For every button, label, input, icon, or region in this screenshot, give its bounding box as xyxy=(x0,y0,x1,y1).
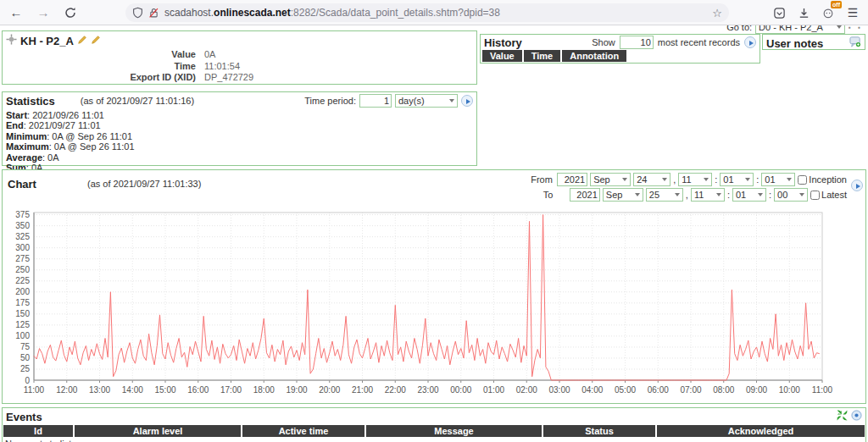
to-year-input[interactable] xyxy=(570,188,600,202)
point-row: Time 11:01:54 xyxy=(3,61,476,73)
svg-text:250: 250 xyxy=(15,265,30,274)
chevron-down-icon xyxy=(837,25,842,29)
statistics-title: Statistics xyxy=(6,95,55,108)
svg-text:12:00: 12:00 xyxy=(56,385,77,395)
from-hour-select[interactable]: 11 xyxy=(678,173,712,186)
to-label: To xyxy=(543,190,567,200)
svg-text:225: 225 xyxy=(15,276,30,285)
from-month-select[interactable]: Sep xyxy=(590,173,631,186)
from-second-select[interactable]: 01 xyxy=(761,173,795,186)
point-row: Value 0A xyxy=(3,49,476,61)
svg-text:19:00: 19:00 xyxy=(286,385,307,395)
svg-text:375: 375 xyxy=(15,210,30,219)
events-column: Status xyxy=(543,425,655,437)
extension-off-badge: off xyxy=(831,1,842,8)
user-notes-title: User notes xyxy=(766,37,823,50)
svg-text:13:00: 13:00 xyxy=(89,385,110,395)
to-minute-select[interactable]: 01 xyxy=(732,188,766,202)
latest-checkbox[interactable] xyxy=(810,191,820,200)
statistics-asof: (as of 2021/09/27 11:01:16) xyxy=(81,96,194,106)
collapse-events-icon[interactable] xyxy=(837,409,848,424)
point-title: KH - P2_A xyxy=(20,35,74,47)
statistics-panel: Statistics (as of 2021/09/27 11:01:16) T… xyxy=(2,91,477,166)
svg-text:20:00: 20:00 xyxy=(319,385,340,395)
svg-text:275: 275 xyxy=(15,254,30,263)
svg-text:0: 0 xyxy=(25,376,30,385)
svg-text:21:00: 21:00 xyxy=(352,385,373,395)
statistic-line: Minimum0A @ Sep 26 11:01 xyxy=(6,131,473,141)
svg-text:350: 350 xyxy=(15,221,30,230)
add-note-icon[interactable] xyxy=(849,36,861,51)
history-title: History xyxy=(484,36,522,49)
statistic-line: Maximum0A @ Sep 26 11:01 xyxy=(6,141,473,152)
time-period-input[interactable] xyxy=(359,94,392,108)
svg-text:09:00: 09:00 xyxy=(746,385,767,395)
events-panel: Events IdAlarm levelActive timeMessageSt… xyxy=(2,407,866,442)
svg-text:75: 75 xyxy=(20,342,31,351)
svg-text:03:00: 03:00 xyxy=(548,385,570,395)
svg-text:02:00: 02:00 xyxy=(516,385,537,395)
svg-text:18:00: 18:00 xyxy=(253,385,275,395)
statistic-line: Average0A xyxy=(6,152,473,163)
events-help-icon[interactable] xyxy=(851,409,862,424)
events-title: Events xyxy=(6,411,42,423)
svg-text:175: 175 xyxy=(15,298,30,307)
svg-text:06:00: 06:00 xyxy=(648,385,669,395)
svg-text:300: 300 xyxy=(15,243,30,252)
history-panel: History Show most recent records ValueTi… xyxy=(480,34,760,64)
edit-chart-icon[interactable] xyxy=(91,33,101,48)
svg-text:08:00: 08:00 xyxy=(713,385,734,395)
url-bar[interactable]: scadahost.onlinescada.net:8282/Scada/dat… xyxy=(125,3,729,22)
chart-from-row: From Sep 24 , 11 : 01 : 01 Inception xyxy=(531,173,847,186)
svg-text:125: 125 xyxy=(15,320,30,329)
edit-point-icon[interactable] xyxy=(77,33,87,48)
svg-text:05:00: 05:00 xyxy=(615,385,636,395)
chart-refresh-icon[interactable] xyxy=(851,180,863,191)
statistics-refresh-icon[interactable] xyxy=(461,95,473,107)
svg-text:10:00: 10:00 xyxy=(779,385,800,395)
time-period-unit-select[interactable]: day(s) xyxy=(395,94,458,108)
from-year-input[interactable] xyxy=(557,173,587,186)
from-minute-select[interactable]: 01 xyxy=(720,173,754,186)
history-refresh-icon[interactable] xyxy=(744,36,756,48)
svg-text:15:00: 15:00 xyxy=(154,385,175,395)
bookmark-star-icon[interactable]: ☆ xyxy=(712,7,722,19)
from-day-select[interactable]: 24 xyxy=(633,173,670,186)
inception-label: Inception xyxy=(809,174,847,185)
to-day-select[interactable]: 25 xyxy=(646,188,683,202)
point-rows: Value 0A Time 11:01:54 Export ID (XID) D… xyxy=(3,49,476,84)
pocket-icon[interactable] xyxy=(771,4,787,21)
shield-icon[interactable] xyxy=(132,7,143,19)
back-icon[interactable]: ← xyxy=(5,3,27,22)
chart-svg: 0255075100125150175200225250275300325350… xyxy=(5,206,863,401)
downloads-icon[interactable] xyxy=(795,4,812,21)
svg-text:200: 200 xyxy=(15,287,30,296)
point-details-panel: KH - P2_A Value 0A Time 11:01:54 Export … xyxy=(2,30,477,85)
svg-text:325: 325 xyxy=(15,232,30,241)
svg-text:11:00: 11:00 xyxy=(812,385,833,395)
events-column: Message xyxy=(366,425,542,437)
to-second-select[interactable]: 00 xyxy=(774,188,808,202)
svg-text:14:00: 14:00 xyxy=(122,385,143,395)
latest-label: Latest xyxy=(821,190,847,200)
inception-checkbox[interactable] xyxy=(798,175,807,185)
reload-icon[interactable] xyxy=(59,3,81,22)
point-row: Export ID (XID) DP_472729 xyxy=(3,72,476,84)
to-month-select[interactable]: Sep xyxy=(603,188,643,202)
forward-icon[interactable]: → xyxy=(32,3,54,22)
data-point-icon xyxy=(6,33,17,48)
chart-asof: (as of 2021/09/27 11:01:33) xyxy=(87,179,201,189)
svg-text:23:00: 23:00 xyxy=(417,385,438,395)
extension-icon[interactable]: off xyxy=(820,4,837,21)
to-hour-select[interactable]: 11 xyxy=(691,188,725,202)
history-show-input[interactable] xyxy=(620,36,654,49)
events-column: Id xyxy=(3,425,73,437)
svg-text:16:00: 16:00 xyxy=(187,385,209,395)
events-column: Alarm level xyxy=(75,425,241,437)
events-column: Active time xyxy=(242,425,364,437)
history-column: Annotation xyxy=(562,50,626,62)
insecure-lock-icon[interactable] xyxy=(148,7,159,19)
chart-to-row: To Sep 25 , 11 : 01 : 00 Latest xyxy=(531,188,847,202)
chart-panel: Chart (as of 2021/09/27 11:01:33) From S… xyxy=(2,169,866,404)
menu-icon[interactable]: ☰ xyxy=(844,4,861,21)
